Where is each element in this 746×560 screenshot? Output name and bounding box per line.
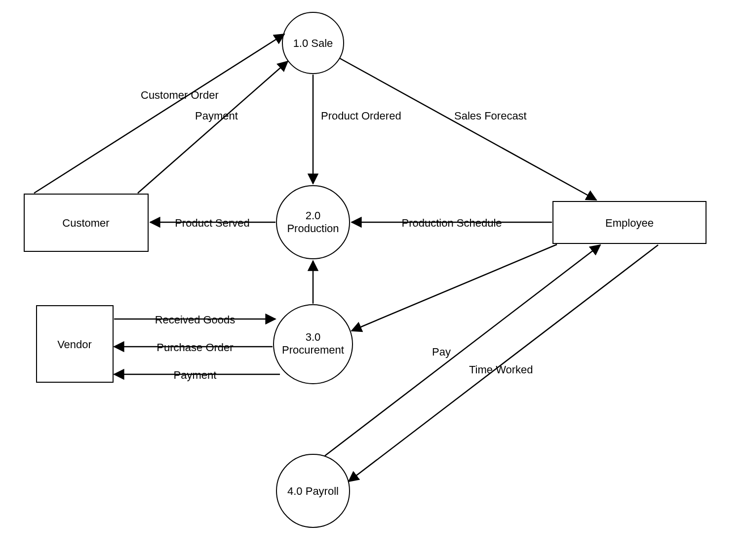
process-production-label-top: 2.0: [306, 209, 321, 222]
svg-line-18: [325, 245, 600, 456]
process-sale: 1.0 Sale: [282, 12, 344, 74]
process-procurement-label-top: 3.0: [306, 331, 321, 343]
flow-received-goods: Received Goods: [114, 314, 275, 326]
process-payroll-label: 4.0 Payroll: [287, 485, 339, 497]
flow-payment-to-vendor: Payment: [114, 369, 280, 381]
flow-product-served: Product Served: [150, 217, 275, 229]
process-payroll: 4.0 Payroll: [276, 454, 350, 527]
process-procurement-label-bottom: Procurement: [282, 344, 344, 356]
flow-production-schedule-label: Production Schedule: [401, 217, 502, 229]
svg-line-10: [340, 58, 596, 200]
entity-vendor: Vendor: [37, 306, 113, 382]
svg-line-8: [138, 61, 288, 193]
flow-product-ordered-label: Product Ordered: [321, 110, 401, 122]
flow-pay-label: Pay: [432, 346, 451, 358]
entity-employee: Employee: [553, 201, 706, 243]
flow-payment-to-sale: Payment: [138, 61, 288, 193]
flow-employee-to-procurement: [352, 244, 557, 331]
entity-customer: Customer: [24, 194, 148, 251]
process-procurement: 3.0 Procurement: [274, 305, 353, 384]
flow-purchase-order-label: Purchase Order: [157, 341, 233, 354]
flow-payment-to-vendor-label: Payment: [174, 369, 217, 381]
flow-customer-order-label: Customer Order: [141, 89, 219, 101]
flow-sales-forecast-label: Sales Forecast: [454, 110, 527, 122]
flow-product-ordered: Product Ordered: [313, 75, 401, 184]
svg-line-7: [34, 34, 284, 193]
flow-production-schedule: Production Schedule: [352, 217, 552, 229]
process-production-label-bottom: Production: [287, 222, 339, 235]
svg-line-14: [352, 244, 557, 331]
entity-customer-label: Customer: [62, 217, 109, 229]
flow-sales-forecast: Sales Forecast: [340, 58, 596, 200]
flow-product-served-label: Product Served: [175, 217, 250, 229]
data-flow-diagram: Customer Vendor Employee 1.0 Sale 2.0 Pr…: [0, 0, 746, 560]
flow-time-worked: Time Worked: [349, 245, 658, 481]
flow-received-goods-label: Received Goods: [155, 314, 236, 326]
process-production: 2.0 Production: [276, 186, 350, 259]
flow-purchase-order: Purchase Order: [114, 341, 273, 354]
flow-time-worked-label: Time Worked: [469, 363, 533, 376]
entity-vendor-label: Vendor: [57, 338, 92, 351]
process-sale-label: 1.0 Sale: [293, 37, 333, 49]
flow-payment-to-sale-label: Payment: [195, 110, 238, 122]
flow-pay: Pay: [325, 245, 600, 456]
flow-customer-order: Customer Order: [34, 34, 284, 193]
entity-employee-label: Employee: [605, 217, 654, 229]
